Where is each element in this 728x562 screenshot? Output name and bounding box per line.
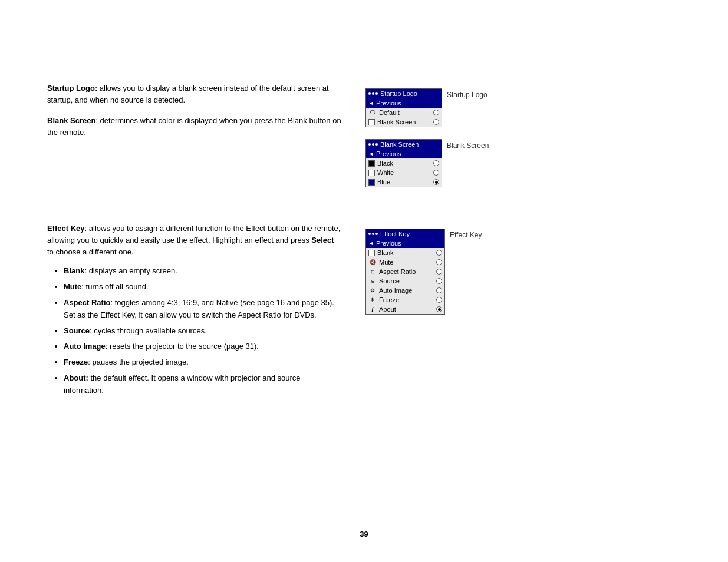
effect-key-intro-end: to choose a different one. — [47, 247, 133, 256]
aspect-icon: ⊟ — [368, 268, 377, 275]
arrow-icon: ◄ — [368, 100, 374, 106]
blank-screen-title: Blank Screen — [380, 141, 439, 148]
menu-item-previous-ek[interactable]: ◄ Previous — [366, 239, 444, 248]
menu-item-ek-about[interactable]: i About — [366, 305, 444, 314]
bullet-label-blank: Blank — [64, 266, 84, 275]
dot2 — [372, 233, 374, 235]
menu-item-text: White — [377, 169, 431, 176]
bullet-label-aspect: Aspect Ratio — [64, 298, 110, 307]
top-section: Startup Logo: allows you to display a bl… — [47, 82, 681, 187]
bullet-list: Blank: displays an empty screen. Mute: t… — [47, 265, 342, 396]
dot2 — [372, 143, 374, 146]
menu-item-blank-screen[interactable]: Blank Screen — [366, 117, 442, 127]
radio-default[interactable] — [433, 110, 439, 115]
menu-item-ek-mute[interactable]: 🔇 Mute — [366, 257, 444, 267]
list-item: Aspect Ratio: toggles among 4:3, 16:9, a… — [64, 297, 342, 322]
blank-screen-label-right: Blank Screen — [447, 141, 489, 150]
dot1 — [368, 233, 371, 235]
bullet-label-mute: Mute — [64, 282, 81, 291]
menu-dots — [368, 143, 378, 146]
menu-item-text: About — [379, 306, 434, 313]
menu-item-text: Mute — [379, 259, 434, 266]
menu-item-text: Previous — [376, 150, 439, 157]
startup-logo-menu[interactable]: Startup Logo ◄ Previous 🖵 Default — [365, 88, 442, 127]
page-content: Startup Logo: allows you to display a bl… — [0, 0, 728, 436]
radio-ek-autoimage[interactable] — [436, 287, 442, 293]
menu-item-black[interactable]: Black — [366, 158, 442, 168]
swatch-blank-ek — [368, 250, 375, 256]
select-label: Select — [311, 236, 334, 244]
bullet-label-about: About: — [64, 373, 88, 382]
radio-ek-about[interactable] — [436, 306, 442, 312]
radio-ek-source[interactable] — [436, 278, 442, 284]
effect-key-label-right: Effect Key — [450, 231, 482, 239]
menu-item-ek-autoimage[interactable]: ⚙ Auto Image — [366, 286, 444, 295]
radio-ek-mute[interactable] — [436, 259, 442, 265]
menu-item-text: Default — [379, 109, 431, 116]
menu-item-previous-bs[interactable]: ◄ Previous — [366, 149, 442, 158]
bullet-label-freeze: Freeze — [64, 358, 88, 366]
mute-icon: 🔇 — [368, 259, 377, 266]
menus-bottom: Effect Key ◄ Previous Blank — [365, 229, 482, 401]
menu-item-text: Auto Image — [379, 287, 434, 294]
menu-item-text: Freeze — [379, 296, 434, 303]
effect-key-menu[interactable]: Effect Key ◄ Previous Blank — [365, 229, 445, 315]
blank-screen-menu[interactable]: Blank Screen ◄ Previous Black — [365, 139, 442, 187]
menu-item-ek-source[interactable]: ⊕ Source — [366, 276, 444, 286]
radio-ek-freeze[interactable] — [436, 297, 442, 303]
radio-blank-screen[interactable] — [433, 119, 439, 125]
swatch-white — [368, 170, 375, 176]
menu-item-default[interactable]: 🖵 Default — [366, 108, 442, 117]
menu-item-blue[interactable]: Blue — [366, 177, 442, 187]
list-item: About: the default effect. It opens a wi… — [64, 372, 342, 397]
dot3 — [375, 233, 378, 235]
dot3 — [375, 143, 378, 146]
menu-dots — [368, 233, 378, 235]
effect-key-title: Effect Key — [380, 230, 442, 237]
page-number: 39 — [360, 530, 368, 538]
source-icon: ⊕ — [368, 277, 377, 285]
menu-item-text: Blank Screen — [377, 118, 431, 125]
radio-black[interactable] — [433, 160, 439, 166]
effect-key-title-bar: Effect Key — [366, 229, 444, 239]
startup-logo-label: Startup Logo: — [47, 84, 97, 92]
dot1 — [368, 92, 371, 95]
radio-ek-blank[interactable] — [436, 250, 442, 256]
dot1 — [368, 143, 371, 146]
effect-key-intro: Effect Key: allows you to assign a diffe… — [47, 223, 342, 258]
menu-dots — [368, 92, 378, 95]
startup-logo-label-right: Startup Logo — [447, 91, 487, 99]
menu-item-text: Black — [377, 160, 431, 167]
menu-item-white[interactable]: White — [366, 168, 442, 177]
blank-screen-paragraph: Blank Screen: determines what color is d… — [47, 115, 342, 138]
list-item: Mute: turns off all sound. — [64, 281, 342, 293]
swatch-black — [368, 160, 375, 167]
text-block-bottom: Effect Key: allows you to assign a diffe… — [47, 223, 342, 401]
blank-screen-menu-container: Blank Screen ◄ Previous Black — [365, 139, 489, 187]
arrow-icon: ◄ — [368, 151, 374, 157]
radio-blue[interactable] — [433, 179, 439, 185]
menus-top: Startup Logo ◄ Previous 🖵 Default — [365, 88, 489, 187]
blank-screen-title-bar: Blank Screen — [366, 140, 442, 149]
list-item: Auto Image: resets the projector to the … — [64, 340, 342, 353]
bullet-label-autoimage: Auto Image — [64, 342, 106, 351]
radio-white[interactable] — [433, 170, 439, 176]
text-block-top: Startup Logo: allows you to display a bl… — [47, 82, 342, 187]
startup-logo-paragraph: Startup Logo: allows you to display a bl… — [47, 82, 342, 105]
startup-logo-title: Startup Logo — [380, 90, 439, 97]
bottom-section: Effect Key: allows you to assign a diffe… — [47, 223, 681, 401]
swatch-blue — [368, 179, 375, 186]
menu-item-ek-freeze[interactable]: ❄ Freeze — [366, 295, 444, 305]
list-item: Blank: displays an empty screen. — [64, 265, 342, 277]
menu-item-ek-aspect[interactable]: ⊟ Aspect Ratio — [366, 267, 444, 276]
radio-ek-aspect[interactable] — [436, 269, 442, 275]
menu-item-text: Blank — [377, 249, 434, 256]
list-item: Freeze: pauses the projected image. — [64, 356, 342, 369]
menu-item-text: Aspect Ratio — [379, 268, 434, 275]
menu-item-ek-blank[interactable]: Blank — [366, 248, 444, 257]
startup-logo-title-bar: Startup Logo — [366, 89, 442, 98]
about-icon: i — [368, 306, 377, 313]
menu-item-previous-sl[interactable]: ◄ Previous — [366, 98, 442, 108]
swatch-blank — [368, 119, 375, 125]
startup-logo-menu-container: Startup Logo ◄ Previous 🖵 Default — [365, 88, 489, 127]
